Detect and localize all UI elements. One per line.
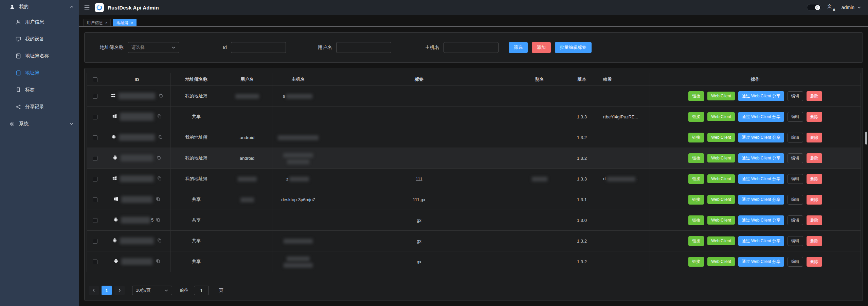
sidebar-item-label: 我的设备 — [25, 36, 44, 42]
delete-button[interactable]: 删除 — [807, 215, 822, 225]
delete-button[interactable]: 删除 — [807, 91, 822, 101]
sidebar-item-user-info[interactable]: 用户信息 — [0, 14, 79, 31]
copy-icon[interactable] — [157, 114, 162, 120]
share-web-client-button[interactable]: 通过 Web Client 分享 — [738, 215, 784, 225]
row-checkbox[interactable] — [93, 239, 97, 244]
edit-button[interactable]: 编辑 — [788, 195, 803, 205]
tab-user-info[interactable]: 用户信息 × — [83, 19, 111, 26]
edit-button[interactable]: 编辑 — [788, 215, 803, 225]
link-button[interactable]: 链接 — [688, 174, 704, 184]
cell-tags — [324, 86, 514, 107]
copy-icon[interactable] — [159, 93, 163, 99]
sidebar-item-my-devices[interactable]: 我的设备 — [0, 31, 79, 47]
batch-edit-tags-button[interactable]: 批量编辑标签 — [555, 42, 592, 53]
delete-button[interactable]: 删除 — [807, 236, 822, 246]
link-button[interactable]: 链接 — [688, 236, 704, 246]
prev-page-button[interactable] — [89, 286, 99, 295]
row-checkbox[interactable] — [93, 115, 97, 119]
link-button[interactable]: 链接 — [688, 112, 704, 122]
next-page-button[interactable] — [114, 286, 125, 295]
copy-icon[interactable] — [158, 134, 163, 141]
row-checkbox[interactable] — [93, 135, 97, 140]
link-button[interactable]: 链接 — [688, 133, 704, 142]
web-client-button[interactable]: Web Client — [707, 133, 735, 142]
hostname-input[interactable] — [444, 42, 499, 53]
link-button[interactable]: 链接 — [688, 195, 704, 205]
language-icon[interactable]: 文A — [827, 4, 835, 11]
scrollbar-thumb[interactable] — [865, 132, 867, 145]
share-web-client-button[interactable]: 通过 Web Client 分享 — [738, 174, 784, 184]
dark-mode-toggle[interactable]: ☾ — [807, 4, 821, 11]
copy-icon[interactable] — [156, 196, 160, 203]
sidebar-item-addressbook[interactable]: 地址簿 — [0, 64, 79, 81]
share-web-client-button[interactable]: 通过 Web Client 分享 — [738, 257, 784, 267]
copy-icon[interactable] — [157, 176, 162, 182]
share-web-client-button[interactable]: 通过 Web Client 分享 — [738, 91, 784, 101]
filter-button[interactable]: 筛选 — [509, 42, 528, 53]
row-checkbox[interactable] — [93, 260, 97, 264]
delete-button[interactable]: 删除 — [807, 112, 822, 122]
row-checkbox[interactable] — [93, 197, 97, 202]
share-web-client-button[interactable]: 通过 Web Client 分享 — [738, 195, 784, 205]
web-client-button[interactable]: Web Client — [707, 154, 735, 162]
row-checkbox[interactable] — [93, 94, 97, 99]
close-icon[interactable]: × — [105, 21, 107, 25]
id-input[interactable] — [231, 42, 286, 53]
share-web-client-button[interactable]: 通过 Web Client 分享 — [738, 112, 784, 122]
addressbook-name-select[interactable]: 请选择 — [128, 42, 179, 53]
row-checkbox[interactable] — [93, 218, 97, 223]
link-button[interactable]: 链接 — [688, 257, 704, 267]
delete-button[interactable]: 删除 — [807, 174, 822, 184]
tab-addressbook[interactable]: 地址簿 × — [113, 19, 136, 26]
web-client-button[interactable]: Web Client — [707, 216, 735, 225]
add-button[interactable]: 添加 — [532, 42, 551, 53]
redacted-text — [287, 159, 309, 164]
edit-button[interactable]: 编辑 — [788, 257, 803, 267]
menu-fold-icon[interactable] — [83, 4, 91, 11]
copy-icon[interactable] — [156, 217, 160, 224]
edit-button[interactable]: 编辑 — [788, 236, 803, 246]
web-client-button[interactable]: Web Client — [707, 174, 735, 183]
web-client-button[interactable]: Web Client — [707, 195, 735, 204]
web-client-button[interactable]: Web Client — [707, 112, 735, 121]
delete-button[interactable]: 删除 — [807, 133, 822, 142]
cell-text: 1.3.2 — [577, 156, 587, 161]
redacted-text — [121, 217, 150, 224]
select-all-checkbox[interactable] — [93, 77, 97, 82]
page-number-active[interactable]: 1 — [102, 286, 112, 295]
edit-button[interactable]: 编辑 — [788, 153, 803, 163]
cell-text: . — [636, 176, 638, 181]
user-dropdown[interactable]: admin — [842, 5, 861, 10]
delete-button[interactable]: 删除 — [807, 257, 822, 267]
close-icon[interactable]: × — [131, 21, 133, 25]
edit-button[interactable]: 编辑 — [788, 174, 803, 184]
sidebar-group-system[interactable]: 系统 — [0, 115, 79, 132]
copy-icon[interactable] — [157, 155, 161, 161]
edit-button[interactable]: 编辑 — [788, 133, 803, 142]
sidebar-item-share-records[interactable]: 分享记录 — [0, 98, 79, 115]
delete-button[interactable]: 删除 — [807, 195, 822, 205]
link-button[interactable]: 链接 — [688, 153, 704, 163]
page-size-select[interactable]: 10条/页 — [132, 286, 172, 295]
row-checkbox[interactable] — [93, 156, 97, 161]
link-button[interactable]: 链接 — [688, 91, 704, 101]
sidebar-item-addressbook-names[interactable]: 地址簿名称 — [0, 47, 79, 64]
copy-icon[interactable] — [157, 238, 162, 244]
link-button[interactable]: 链接 — [688, 215, 704, 225]
username-input[interactable] — [336, 42, 391, 53]
web-client-button[interactable]: Web Client — [707, 257, 735, 266]
sidebar-item-tags[interactable]: 标签 — [0, 81, 79, 98]
delete-button[interactable]: 删除 — [807, 153, 822, 163]
share-web-client-button[interactable]: 通过 Web Client 分享 — [738, 236, 784, 246]
edit-button[interactable]: 编辑 — [788, 112, 803, 122]
table-row: 共享gx1.3.2链接Web Client通过 Web Client 分享编辑删… — [87, 251, 861, 272]
share-web-client-button[interactable]: 通过 Web Client 分享 — [738, 133, 784, 142]
copy-icon[interactable] — [156, 259, 160, 265]
row-checkbox[interactable] — [93, 177, 97, 181]
edit-button[interactable]: 编辑 — [788, 91, 803, 101]
sidebar-group-my[interactable]: 我的 — [0, 0, 79, 14]
web-client-button[interactable]: Web Client — [707, 236, 735, 245]
share-web-client-button[interactable]: 通过 Web Client 分享 — [738, 153, 784, 163]
web-client-button[interactable]: Web Client — [707, 92, 735, 100]
goto-page-input[interactable] — [194, 286, 209, 295]
